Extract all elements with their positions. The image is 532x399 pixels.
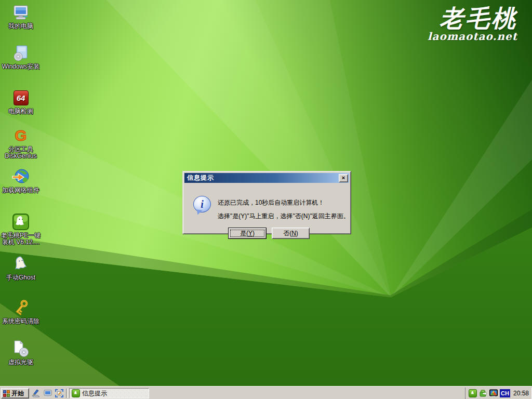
windows-install-icon [11, 44, 30, 62]
ghost-icon [11, 255, 30, 273]
desktop-icon-pe-install[interactable]: 老毛桃PE一键 装机 V6.12.... [0, 212, 42, 246]
language-indicator[interactable]: CH [500, 389, 510, 397]
yes-button[interactable]: 是(Y) [228, 228, 267, 239]
virtual-cd-icon [11, 339, 30, 358]
desktop: 老毛桃 laomaotao.net 我的电脑 W [0, 0, 532, 399]
no-button-text: ) [296, 230, 298, 237]
desktop-icon-diskgenius[interactable]: G 分区工具 DiskGenius [0, 126, 42, 159]
dialog-body: i 还原已完成，10秒后自动重启计算机！ 选择"是(Y)"马上重启，选择"否(N… [184, 183, 349, 231]
info-dialog: 信息提示 × i 还原已完成，10秒后自动重启计算机！ 选择"是(Y)"马上重启… [182, 171, 351, 234]
task-button-label: 信息提示 [82, 389, 107, 398]
desktop-icon-pc-test[interactable]: 64 电脑检测 [0, 88, 42, 115]
dialog-message-line2: 选择"是(Y)"马上重启，选择"否(N)"返回主界面。 [218, 212, 350, 221]
desktop-icon-label: 电脑检测 [8, 108, 33, 115]
no-button-accesskey: N [291, 230, 296, 237]
dialog-message-line1: 还原已完成，10秒后自动重启计算机！ [218, 198, 324, 207]
close-icon[interactable]: × [339, 174, 348, 182]
yes-button-accesskey: Y [248, 230, 252, 237]
yes-button-text: 是( [240, 229, 248, 238]
laomaotao-logo: 老毛桃 laomaotao.net [428, 6, 517, 43]
display-tray-icon[interactable] [489, 389, 498, 397]
task-button-info[interactable]: 信息提示 [69, 388, 149, 398]
desktop-icon-label: Windows安装 [2, 63, 40, 70]
taskbar: 开始 [0, 386, 532, 399]
laomaotao-tray-icon[interactable] [469, 389, 477, 397]
computer-quicklaunch-icon[interactable] [43, 389, 52, 397]
desktop-icon-label: DiskGenius [5, 153, 36, 159]
no-button-text: 否( [283, 229, 291, 238]
desktop-icon-label: 手动Ghost [6, 274, 35, 281]
start-button-label: 开始 [11, 389, 24, 398]
info-balloon-icon: i [193, 196, 211, 212]
logo-title: 老毛桃 [428, 6, 517, 30]
show-desktop-icon[interactable] [31, 389, 40, 397]
taskbar-separator [66, 389, 68, 398]
desktop-icon-label: 加载网络组件 [2, 187, 39, 194]
pc-test-64-icon: 64 [11, 88, 30, 107]
info-balloon-tail [196, 209, 202, 215]
start-logo-icon [3, 390, 10, 397]
yes-button-text: ) [252, 230, 255, 237]
network-globe-icon [11, 167, 30, 186]
desktop-icon-windows-install[interactable]: Windows安装 [0, 44, 42, 70]
svg-text:G: G [15, 127, 26, 144]
start-button[interactable]: 开始 [1, 388, 29, 398]
badge-64: 64 [14, 90, 29, 105]
desktop-icon-label: 虚拟光驱 [8, 359, 33, 366]
desktop-icon-label: 系统密码清除 [2, 318, 39, 325]
laomaotao-pe-icon [11, 212, 30, 231]
desktop-icon-label: 装机 V6.12.... [2, 239, 39, 246]
desktop-icon-manual-ghost[interactable]: 手动Ghost [0, 255, 42, 281]
desktop-icon-network[interactable]: 加载网络组件 [0, 167, 42, 194]
dialog-titlebar[interactable]: 信息提示 × [184, 173, 349, 183]
system-tray: CH 20:58 [465, 388, 532, 399]
no-button[interactable]: 否(N) [272, 228, 310, 239]
diskgenius-icon: G [11, 126, 30, 145]
tray-clock[interactable]: 20:58 [512, 390, 529, 397]
screen-tool-icon[interactable] [55, 389, 63, 397]
my-computer-icon [11, 3, 30, 22]
usb-tool-tray-icon[interactable] [479, 389, 487, 397]
logo-subtitle: laomaotao.net [428, 30, 517, 43]
laomaotao-task-icon [72, 389, 80, 397]
dialog-title: 信息提示 [187, 174, 339, 182]
desktop-icon-password-clear[interactable]: 系统密码清除 [0, 298, 42, 325]
key-icon [11, 298, 30, 317]
desktop-icon-virtual-cd[interactable]: 虚拟光驱 [0, 339, 42, 366]
desktop-icon-my-computer[interactable]: 我的电脑 [0, 3, 42, 30]
desktop-icon-label: 我的电脑 [8, 23, 33, 30]
